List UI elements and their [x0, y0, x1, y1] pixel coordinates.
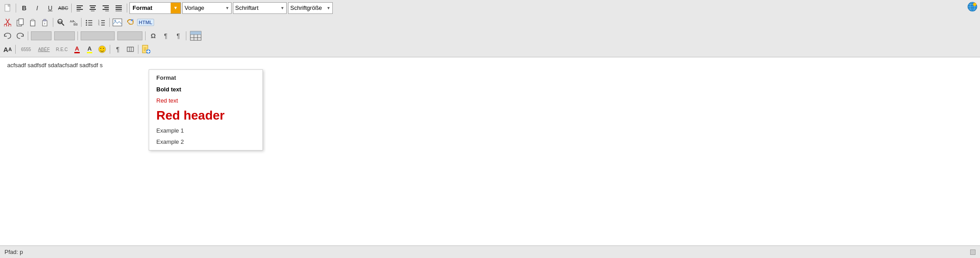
undo-icon	[4, 32, 12, 39]
font-large-button[interactable]: A A	[2, 44, 13, 55]
bold-button[interactable]: B	[18, 3, 30, 13]
spell-check-button[interactable]: ABÉF	[35, 44, 52, 55]
format-menu-item-bold-text[interactable]: Bold text	[149, 84, 262, 95]
schriftart-dropdown[interactable]: Schriftart ▼	[233, 2, 287, 14]
resize-handle[interactable]	[970, 249, 976, 255]
editor-pane[interactable]: acfsadf sadfsdf sdafacfsadf sadfsdf s	[0, 57, 980, 245]
italic-icon: I	[36, 4, 38, 12]
vorlage-arrow-icon: ▼	[225, 6, 229, 10]
paragraph-mark-button[interactable]: ¶	[160, 30, 172, 41]
toolbar-row-4: A A 6555 ABÉF R.E.C A	[0, 43, 980, 56]
format-menu-item-example2[interactable]: Example 2	[149, 136, 262, 147]
replace-icon: AA BB	[69, 18, 77, 26]
marks-icon: ¶	[176, 32, 180, 39]
font-color-button[interactable]: A	[71, 44, 83, 55]
svg-point-46	[86, 25, 87, 26]
sep10	[186, 31, 186, 40]
align-right-button[interactable]	[100, 3, 112, 13]
copy-icon	[17, 18, 24, 26]
svg-rect-34	[43, 19, 46, 21]
sep4	[53, 18, 53, 27]
svg-point-42	[86, 20, 87, 22]
globe-button[interactable]	[967, 1, 978, 12]
inline-edit-4[interactable]	[116, 30, 143, 41]
line-spacing-button[interactable]: 6555	[17, 44, 34, 55]
italic-button[interactable]: I	[31, 3, 43, 13]
align-center-button[interactable]	[87, 3, 99, 13]
insert-table-button[interactable]	[188, 30, 203, 41]
paste-button[interactable]	[27, 17, 39, 28]
insert-image-icon	[112, 18, 122, 26]
vorlage-dropdown-label: Vorlage	[185, 4, 224, 11]
inline-edit-2[interactable]	[53, 30, 76, 41]
highlight-bar	[87, 52, 92, 53]
emoticon-button[interactable]	[96, 44, 108, 55]
cut-button[interactable]	[2, 17, 13, 28]
ordered-list-button[interactable]: 1. 2. 3.	[96, 17, 107, 28]
align-left-button[interactable]	[74, 3, 86, 13]
bold-icon: B	[22, 4, 26, 12]
svg-rect-65	[198, 31, 201, 34]
edit-link-icon	[125, 18, 134, 26]
redo-button[interactable]	[14, 30, 26, 41]
redo-icon	[16, 32, 24, 39]
inline-edit-3[interactable]	[80, 30, 116, 41]
sep3	[127, 4, 127, 13]
paragraph-icon: ¶	[116, 46, 120, 53]
rec-button[interactable]: R.E.C	[53, 44, 70, 55]
nonbreaking-button[interactable]	[125, 44, 136, 55]
new-document-button[interactable]	[2, 3, 13, 13]
show-marks-button[interactable]: ¶	[172, 30, 184, 41]
format-menu-item-example1[interactable]: Example 1	[149, 125, 262, 136]
insert-image-button[interactable]	[112, 17, 123, 28]
ordered-list-icon: 1. 2. 3.	[98, 19, 105, 26]
dropdown-header: Format	[149, 73, 262, 84]
find-button[interactable]: AA	[55, 17, 67, 28]
svg-text:3.: 3.	[98, 24, 100, 26]
special-char-button[interactable]: Ω	[147, 30, 159, 41]
format-dropdown-arrow: ▼	[171, 3, 181, 13]
format-dropdown[interactable]: Format ▼	[129, 2, 181, 14]
inline-edit-1[interactable]	[30, 30, 52, 41]
schriftgroesse-arrow-icon: ▼	[327, 6, 331, 10]
html-label: HTML	[137, 19, 155, 26]
strikethrough-icon: ABC	[58, 5, 69, 11]
sep8	[77, 31, 78, 40]
sep5	[81, 18, 82, 27]
replace-button[interactable]: AA BB	[68, 17, 79, 28]
page-layout: B I U ABC	[0, 0, 980, 258]
svg-point-24	[973, 3, 976, 6]
justify-button[interactable]	[113, 3, 125, 13]
font-color-bar	[74, 52, 80, 53]
copy-button[interactable]	[14, 17, 26, 28]
highlight-button[interactable]: A	[84, 44, 95, 55]
html-view-button[interactable]: HTML	[137, 17, 155, 28]
insert-file-icon	[142, 45, 150, 54]
paste-special-icon: T	[42, 18, 49, 26]
unordered-list-button[interactable]	[83, 17, 95, 28]
font-small-icon: A	[8, 47, 12, 52]
svg-text:BB: BB	[73, 23, 77, 26]
schriftgroesse-dropdown[interactable]: Schriftgröße ▼	[288, 2, 333, 14]
format-dropdown-menu: Format Bold text Red text Red header Exa…	[149, 69, 263, 150]
undo-button[interactable]	[2, 30, 13, 41]
font-color-a-icon: A	[75, 45, 79, 52]
omega-icon: Ω	[150, 32, 155, 39]
svg-rect-32	[31, 19, 34, 21]
justify-icon	[115, 5, 122, 11]
svg-rect-31	[30, 21, 35, 26]
edit-link-button[interactable]	[124, 17, 136, 28]
vorlage-dropdown[interactable]: Vorlage ▼	[182, 2, 232, 14]
emoticon-icon	[98, 45, 106, 53]
format-menu-item-red-header[interactable]: Red header	[149, 106, 262, 125]
underline-button[interactable]: U	[44, 3, 56, 13]
editor-area[interactable]: acfsadf sadfsdf sdafacfsadf sadfsdf s	[0, 57, 980, 73]
line-spacing-label: 6555	[21, 47, 31, 52]
strikethrough-button[interactable]: ABC	[57, 3, 69, 13]
sep2	[71, 4, 72, 13]
format-menu-item-red-text[interactable]: Red text	[149, 95, 262, 106]
svg-rect-69	[127, 47, 133, 52]
insert-file-button[interactable]	[140, 44, 152, 55]
paste-special-button[interactable]: T	[39, 17, 51, 28]
paragraph-button[interactable]: ¶	[112, 44, 124, 55]
